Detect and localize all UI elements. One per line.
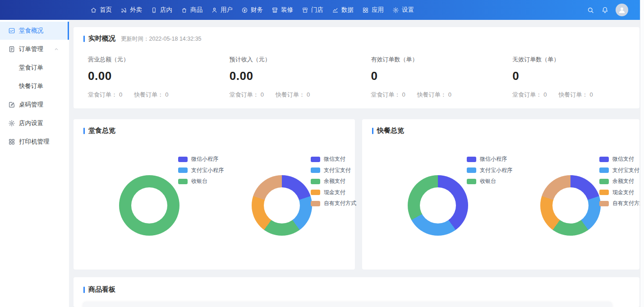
- legend-item[interactable]: 支付宝支付: [311, 167, 356, 174]
- stat-label: 预计收入（元）: [230, 56, 357, 64]
- nav-item-home[interactable]: 首页: [90, 0, 112, 20]
- fastfood-order-source-donut: [408, 175, 468, 236]
- table-code-icon: [8, 101, 15, 108]
- chart-group-fastfood-pay-method-donut: 微信支付支付宝支付余额支付现金支付自有支付方式: [495, 119, 627, 270]
- sidebar-item-table-code[interactable]: 桌码管理: [0, 96, 69, 114]
- stat-sub-label: 快餐订单：: [134, 91, 163, 98]
- nav-item-stores[interactable]: 门店: [302, 0, 323, 20]
- nav-item-takeout[interactable]: 外卖: [120, 0, 142, 20]
- legend-label: 余额支付: [324, 177, 345, 185]
- nav-item-finance[interactable]: 财务: [241, 0, 263, 20]
- legend-color-chip: [599, 167, 609, 173]
- nav-item-data[interactable]: 数据: [332, 0, 354, 20]
- sidebar-item-label: 店内设置: [19, 119, 43, 127]
- stat-value: 0.00: [230, 69, 357, 83]
- nav-item-settings[interactable]: 设置: [392, 0, 414, 20]
- legend-item[interactable]: 现金支付: [311, 189, 356, 196]
- legend-item[interactable]: 现金支付: [599, 189, 644, 196]
- stat-label: 营业总额（元）: [88, 56, 215, 64]
- legend-item[interactable]: 自有支付方式: [599, 200, 644, 207]
- stat-col-3: 无效订单数（单）0堂食订单：0快餐订单：0: [498, 56, 639, 99]
- nav-item-apps[interactable]: 应用: [362, 0, 384, 20]
- apps-icon: [362, 7, 369, 14]
- stat-sub-value: 0: [119, 91, 122, 98]
- bell-icon[interactable]: [601, 6, 609, 14]
- orders-icon: [8, 46, 15, 53]
- stat-sub-pair: 堂食订单：0: [88, 91, 122, 98]
- legend-item[interactable]: 支付宝支付: [599, 167, 644, 174]
- legend-item[interactable]: 自有支付方式: [311, 200, 356, 207]
- legend-color-chip: [311, 201, 320, 206]
- user-avatar[interactable]: [616, 4, 628, 16]
- legend-item[interactable]: 微信支付: [311, 155, 356, 163]
- stat-sub-pair: 堂食订单：0: [512, 91, 547, 98]
- stat-col-2: 有效订单数（单）0堂食订单：0快餐订单：0: [357, 56, 498, 99]
- nav-item-goods[interactable]: 商品: [181, 0, 202, 20]
- legend-label: 支付宝支付: [612, 167, 639, 174]
- nav-item-users[interactable]: 用户: [211, 0, 233, 20]
- legend-item[interactable]: 微信支付: [599, 155, 644, 163]
- chevron-up-icon: [54, 47, 59, 52]
- stats-row: 营业总额（元）0.00堂食订单：0快餐订单：0预计收入（元）0.00堂食订单：0…: [74, 56, 639, 99]
- legend-item[interactable]: 余额支付: [599, 177, 644, 185]
- stat-sub-label: 堂食订单：: [230, 91, 259, 98]
- legend-label: 现金支付: [324, 189, 345, 196]
- nav-item-label: 数据: [341, 6, 354, 14]
- legend-color-chip: [311, 179, 320, 184]
- sidebar-item-dinein-orders[interactable]: 堂食订单: [0, 59, 69, 77]
- sidebar-item-dinein-overview[interactable]: 堂食概况: [0, 22, 69, 40]
- sidebar-item-shop-settings[interactable]: 店内设置: [0, 114, 69, 132]
- legend-label: 微信支付: [324, 155, 345, 163]
- stat-sub-label: 堂食订单：: [371, 91, 400, 98]
- shop-settings-icon: [8, 120, 15, 127]
- store-icon: [302, 7, 308, 14]
- nav-item-decorate[interactable]: 装修: [271, 0, 293, 20]
- goods-icon: [181, 7, 188, 14]
- update-time-value: 2022-05-18 14:32:35: [149, 36, 202, 42]
- donut-hole: [131, 187, 167, 223]
- legend-label: 余额支付: [612, 177, 634, 185]
- stat-sub-counts: 堂食订单：0快餐订单：0: [371, 91, 498, 99]
- chart-group-fastfood-order-source-donut: 微信小程序支付宝小程序收银台: [362, 119, 495, 270]
- sidebar-item-label: 快餐订单: [19, 82, 43, 90]
- stat-sub-value: 0: [307, 91, 310, 98]
- nav-item-label: 设置: [402, 6, 414, 14]
- instore-icon: [151, 7, 157, 14]
- nav-item-label: 外卖: [130, 6, 142, 14]
- vertical-scrollbar[interactable]: [640, 0, 644, 307]
- title-accent-bar: [83, 287, 85, 293]
- realtime-overview-title-row: 实时概况 更新时间：2022-05-18 14:32:35: [74, 27, 639, 43]
- sidebar: 堂食概况订单管理堂食订单快餐订单桌码管理店内设置打印机管理: [0, 20, 69, 307]
- stat-sub-pair: 快餐订单：0: [134, 91, 168, 98]
- nav-item-label: 用户: [221, 6, 233, 14]
- sidebar-item-printer[interactable]: 打印机管理: [0, 133, 69, 151]
- legend-color-chip: [178, 157, 188, 162]
- sidebar-item-label: 堂食概况: [19, 27, 43, 35]
- stat-sub-label: 快餐订单：: [276, 91, 305, 98]
- legend-color-chip: [311, 157, 320, 162]
- dinein-charts: 微信小程序支付宝小程序收银台微信支付支付宝支付余额支付现金支付自有支付方式: [74, 119, 355, 270]
- legend-color-chip: [467, 157, 476, 162]
- takeout-icon: [120, 7, 127, 14]
- stat-sub-counts: 堂食订单：0快餐订单：0: [230, 91, 357, 99]
- sidebar-item-label: 订单管理: [19, 45, 43, 53]
- legend-color-chip: [178, 167, 188, 173]
- stat-label: 无效订单数（单）: [512, 56, 639, 64]
- sidebar-item-fastfood-orders[interactable]: 快餐订单: [0, 77, 69, 95]
- stat-sub-counts: 堂食订单：0快餐订单：0: [88, 91, 215, 99]
- sidebar-item-order-management[interactable]: 订单管理: [0, 40, 69, 58]
- sidebar-item-label: 打印机管理: [19, 138, 50, 146]
- top-navbar: 首页外卖店内商品用户财务装修门店数据应用设置: [0, 0, 640, 20]
- goods-title-row: 商品看板: [74, 277, 639, 294]
- legend-item[interactable]: 余额支付: [311, 177, 356, 185]
- donut-hole: [552, 187, 589, 223]
- nav-item-instore[interactable]: 店内: [151, 0, 172, 20]
- stat-label: 有效订单数（单）: [371, 56, 498, 64]
- stat-value: 0: [512, 69, 639, 83]
- stat-sub-value: 0: [448, 91, 451, 98]
- legend-color-chip: [467, 179, 476, 184]
- nav-item-label: 财务: [251, 6, 263, 14]
- stat-col-1: 预计收入（元）0.00堂食订单：0快餐订单：0: [215, 56, 357, 99]
- search-icon[interactable]: [587, 6, 594, 14]
- title-accent-bar: [83, 36, 85, 42]
